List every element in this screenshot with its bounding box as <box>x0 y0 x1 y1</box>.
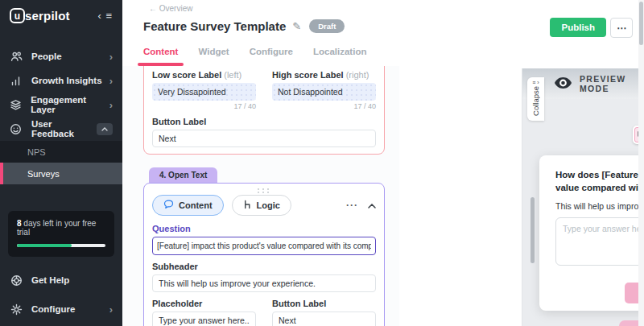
sidebar-nav: People › Growth Insights › Engagement La… <box>0 44 122 184</box>
chevron-right-icon: › <box>109 99 113 111</box>
help-lifering-icon <box>10 274 23 287</box>
status-badge: Draft <box>309 19 345 33</box>
open-text-card: Content Logic ··· Question Subheader <box>143 183 385 326</box>
preview-pane: PREVIEW MODE ≡ › Collapse × How does [Fe… <box>522 68 644 326</box>
logic-pill-button[interactable]: Logic <box>232 195 291 216</box>
card-toolbar: Content Logic ··· <box>152 195 376 216</box>
subheader-input[interactable] <box>152 274 376 292</box>
preview-question: How does [Feature] impact this product's… <box>555 169 644 194</box>
collapse-handle-icon: ≡ › <box>532 80 539 85</box>
sidebar-item-engagement-layer[interactable]: Engagement Layer › <box>0 93 122 117</box>
question-label: Question <box>152 224 376 233</box>
trial-text: 8 days left in your free trial <box>17 219 105 237</box>
preview-subheader: This will help us improve your experienc… <box>555 201 644 211</box>
sidebar-item-people[interactable]: People › <box>0 44 122 68</box>
collapse-preview-tab[interactable]: ≡ › Collapse <box>527 77 544 121</box>
collapse-label: Collapse <box>531 86 540 116</box>
sidebar-collapse-icon[interactable]: ‹ ≡ <box>97 10 113 22</box>
sidebar-item-surveys[interactable]: Surveys <box>0 163 122 184</box>
tab-content[interactable]: Content <box>143 47 178 63</box>
page-title: Feature Survey Template <box>143 19 286 33</box>
gear-icon <box>10 303 23 316</box>
trial-banner: 8 days left in your free trial <box>8 211 114 257</box>
logic-pill-label: Logic <box>257 200 280 210</box>
chevron-right-icon: › <box>109 303 113 316</box>
collapse-card-chevron-icon[interactable] <box>368 200 376 210</box>
window-scrollbar[interactable] <box>638 0 644 326</box>
people-icon <box>10 50 23 63</box>
tab-bar: Content Widget Configure Localization <box>143 47 366 63</box>
chevron-right-icon: › <box>109 51 113 63</box>
layers-icon <box>10 98 22 111</box>
sidebar-item-get-help[interactable]: Get Help <box>0 268 122 292</box>
placeholder-input[interactable] <box>152 312 256 326</box>
button-label: Button Label <box>272 299 376 308</box>
preview-mode-label: PREVIEW MODE <box>580 74 644 93</box>
title-row: Feature Survey Template ✎ Draft <box>143 19 345 33</box>
char-counter: 17 / 40 <box>152 102 256 110</box>
survey-preview-card: × How does [Feature] impact this product… <box>539 155 644 311</box>
sidebar-item-label: Engagement Layer <box>31 95 109 114</box>
logo-text: serpilot <box>25 9 70 23</box>
question-input[interactable] <box>152 237 376 255</box>
nps-question-card: ☺ Low score Label (left) 17 / 40 High sc… <box>143 66 385 155</box>
char-counter: 17 / 40 <box>272 102 376 110</box>
trial-progress-fill <box>17 244 72 247</box>
sidebar-item-label: User Feedback <box>31 119 97 138</box>
high-score-input[interactable] <box>272 83 376 101</box>
sidebar-item-user-feedback[interactable]: User Feedback <box>0 117 122 141</box>
sidebar: u serpilot ‹ ≡ People › Growth Insights … <box>0 0 122 326</box>
sidebar-item-nps[interactable]: NPS <box>0 141 122 163</box>
logo: u serpilot ‹ ≡ <box>0 0 122 28</box>
bar-chart-icon <box>10 74 23 87</box>
tab-localization[interactable]: Localization <box>313 47 366 63</box>
sidebar-item-label: Get Help <box>31 275 69 285</box>
sidebar-item-label: Growth Insights <box>31 76 102 85</box>
sidebar-item-label: People <box>31 52 62 61</box>
low-score-input[interactable] <box>152 83 256 101</box>
sidebar-item-growth-insights[interactable]: Growth Insights › <box>0 68 122 93</box>
breadcrumb[interactable]: ← Overview <box>149 4 192 13</box>
tab-widget[interactable]: Widget <box>198 47 229 63</box>
edit-pencil-icon[interactable]: ✎ <box>292 20 301 32</box>
preview-char-count: 0/500 <box>555 269 644 277</box>
tab-configure[interactable]: Configure <box>250 47 293 63</box>
sidebar-spacer <box>0 184 122 211</box>
editor-scroll-area[interactable]: ☺ Low score Label (left) 17 / 40 High sc… <box>122 66 399 326</box>
content-pill-label: Content <box>179 200 213 210</box>
button-label-input[interactable] <box>152 130 376 147</box>
window-scrollbar-thumb[interactable] <box>639 2 643 45</box>
high-score-label: High score Label (right) <box>272 70 376 80</box>
subheader-label: Subheader <box>152 262 376 271</box>
open-text-button-input[interactable] <box>272 312 376 326</box>
sidebar-item-configure[interactable]: Configure › <box>0 297 122 321</box>
smiley-icon <box>10 122 23 135</box>
open-text-section-badge[interactable]: 4. Open Text <box>149 167 217 183</box>
preview-scrollbar[interactable] <box>530 197 535 263</box>
logic-branch-icon <box>243 200 252 211</box>
sidebar-item-label: NPS <box>27 147 46 157</box>
eye-icon <box>555 77 572 90</box>
chevron-right-icon: › <box>109 75 113 87</box>
ellipsis-icon[interactable]: ··· <box>346 200 358 211</box>
placeholder-label: Placeholder <box>152 299 256 308</box>
more-options-button[interactable]: ⋯ <box>610 18 633 38</box>
main-area: ← Overview Feature Survey Template ✎ Dra… <box>122 0 644 326</box>
preview-answer-textarea[interactable] <box>555 217 644 266</box>
logo-badge: u <box>10 8 25 23</box>
back-arrow-icon: ← <box>149 4 157 13</box>
sidebar-item-label: Configure <box>31 304 75 314</box>
chevron-up-icon[interactable] <box>97 123 113 135</box>
content-pill-button[interactable]: Content <box>152 195 224 216</box>
button-label: Button Label <box>152 117 376 126</box>
low-score-label: Low score Label (left) <box>152 70 256 80</box>
drag-handle-icon[interactable] <box>258 188 270 193</box>
trial-progress-bar <box>17 244 105 247</box>
publish-button[interactable]: Publish <box>550 18 606 37</box>
card-actions: ··· <box>346 200 376 211</box>
sidebar-item-label: Surveys <box>27 169 60 179</box>
speech-bubble-icon <box>163 200 174 211</box>
